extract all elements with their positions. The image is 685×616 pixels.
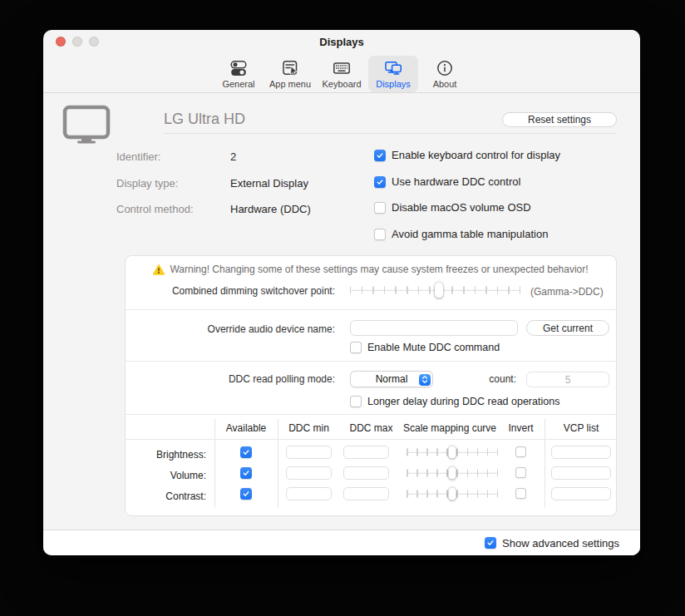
option-keyboard-control[interactable]: Enable keyboard control for display bbox=[374, 149, 560, 161]
dropdown-value: Normal bbox=[376, 373, 408, 385]
identifier-label: Identifier: bbox=[116, 150, 160, 163]
available-checkbox[interactable] bbox=[240, 446, 252, 458]
option-label: Enable Mute DDC command bbox=[367, 342, 500, 353]
warning-icon bbox=[153, 264, 165, 275]
ddc-min-input[interactable] bbox=[286, 466, 332, 480]
option-label: Disable macOS volume OSD bbox=[392, 201, 531, 214]
preferences-toolbar: General App menu bbox=[43, 53, 640, 93]
monitor-icon bbox=[62, 105, 111, 147]
ddc-max-input[interactable] bbox=[343, 487, 389, 500]
ddc-max-input[interactable] bbox=[343, 446, 389, 459]
polling-mode-label: DDC read polling mode: bbox=[126, 373, 335, 385]
footer-bar: Show advanced settings bbox=[43, 530, 640, 555]
identifier-value: 2 bbox=[230, 150, 236, 163]
display-type-label: Display type: bbox=[116, 177, 178, 190]
tab-label: General bbox=[222, 79, 254, 89]
col-header-ddc-max: DDC max bbox=[340, 422, 402, 434]
vcp-list-input[interactable] bbox=[551, 487, 611, 500]
tab-about[interactable]: About bbox=[420, 56, 470, 92]
header-divider bbox=[164, 133, 615, 134]
show-advanced-label: Show advanced settings bbox=[502, 537, 619, 549]
audio-name-input[interactable] bbox=[350, 320, 518, 336]
display-type-value: External Display bbox=[230, 177, 308, 190]
checkbox-checked[interactable] bbox=[374, 150, 386, 161]
tab-label: Displays bbox=[376, 79, 411, 89]
warning-text: Warning! Changing some of these settings… bbox=[170, 264, 588, 275]
row-label-volume: Volume: bbox=[126, 470, 206, 481]
ddc-min-input[interactable] bbox=[286, 487, 332, 500]
tab-general[interactable]: General bbox=[214, 56, 264, 92]
option-label: Enable keyboard control for display bbox=[392, 149, 560, 161]
col-header-curve: Scale mapping curve bbox=[402, 422, 497, 434]
available-checkbox[interactable] bbox=[240, 488, 252, 500]
keyboard-icon bbox=[332, 58, 352, 78]
tab-label: App menu bbox=[269, 79, 311, 89]
info-icon bbox=[435, 58, 455, 78]
control-method-value: Hardware (DDC) bbox=[230, 203, 311, 215]
slider-knob[interactable] bbox=[435, 283, 443, 298]
row-label-brightness: Brightness: bbox=[126, 449, 206, 461]
checkbox-unchecked[interactable] bbox=[350, 342, 362, 353]
slider-knob[interactable] bbox=[449, 488, 456, 500]
option-label: Avoid gamma table manipulation bbox=[392, 228, 548, 240]
available-checkbox[interactable] bbox=[240, 467, 252, 479]
col-header-invert: Invert bbox=[497, 422, 545, 434]
curve-slider[interactable] bbox=[407, 486, 498, 501]
option-disable-osd[interactable]: Disable macOS volume OSD bbox=[374, 201, 531, 214]
get-current-button[interactable]: Get current bbox=[526, 320, 609, 336]
vcp-list-input[interactable] bbox=[551, 466, 611, 480]
checkbox-unchecked[interactable] bbox=[374, 229, 386, 240]
curve-slider[interactable] bbox=[407, 466, 498, 480]
tab-label: Keyboard bbox=[322, 79, 361, 89]
control-method-label: Control method: bbox=[116, 203, 194, 215]
count-input[interactable] bbox=[526, 372, 609, 387]
tab-displays[interactable]: Displays bbox=[368, 56, 418, 92]
polling-mode-dropdown[interactable]: Normal bbox=[350, 371, 433, 387]
ddc-max-input[interactable] bbox=[343, 466, 389, 480]
slider-knob[interactable] bbox=[449, 467, 456, 480]
count-label: count: bbox=[466, 373, 516, 385]
advanced-settings-panel: Warning! Changing some of these settings… bbox=[125, 255, 617, 516]
option-hardware-ddc[interactable]: Use hardware DDC control bbox=[374, 175, 520, 188]
slider-knob[interactable] bbox=[449, 446, 456, 459]
checkbox-checked[interactable] bbox=[374, 176, 386, 188]
displays-window: Displays General bbox=[43, 30, 640, 555]
option-avoid-gamma[interactable]: Avoid gamma table manipulation bbox=[374, 228, 548, 240]
audio-name-label: Override audio device name: bbox=[126, 323, 335, 335]
dimming-switchover-label: Combined dimming switchover point: bbox=[126, 285, 335, 297]
toggles-icon bbox=[229, 58, 249, 78]
invert-checkbox[interactable] bbox=[515, 488, 526, 499]
vcp-list-input[interactable] bbox=[551, 446, 611, 459]
displays-icon bbox=[383, 58, 403, 78]
ddc-min-input[interactable] bbox=[286, 446, 332, 459]
curve-slider[interactable] bbox=[407, 445, 498, 460]
window-title: Displays bbox=[43, 30, 640, 53]
display-name: LG Ultra HD bbox=[164, 111, 245, 128]
checkbox-unchecked[interactable] bbox=[350, 396, 362, 407]
reset-settings-button[interactable]: Reset settings bbox=[502, 112, 617, 127]
option-label: Longer delay during DDC read operations bbox=[367, 396, 559, 407]
tab-app-menu[interactable]: App menu bbox=[265, 56, 315, 92]
panel-divider bbox=[126, 414, 616, 415]
menu-document-icon bbox=[280, 58, 300, 78]
row-label-contrast: Contrast: bbox=[126, 490, 206, 502]
col-header-available: Available bbox=[214, 422, 278, 434]
col-header-ddc-min: DDC min bbox=[278, 422, 340, 434]
mute-ddc-option[interactable]: Enable Mute DDC command bbox=[350, 342, 500, 353]
panel-divider bbox=[126, 309, 616, 310]
col-header-vcp: VCP list bbox=[545, 422, 618, 434]
longer-delay-option[interactable]: Longer delay during DDC read operations bbox=[350, 396, 559, 407]
table-header-divider bbox=[126, 439, 616, 440]
dimming-suffix: (Gamma->DDC) bbox=[530, 286, 604, 298]
option-label: Use hardware DDC control bbox=[392, 175, 520, 188]
dimming-switchover-slider[interactable] bbox=[350, 282, 520, 298]
titlebar: Displays bbox=[43, 30, 640, 53]
show-advanced-checkbox[interactable] bbox=[485, 537, 496, 549]
tab-keyboard[interactable]: Keyboard bbox=[317, 56, 367, 92]
invert-checkbox[interactable] bbox=[515, 467, 526, 478]
dropdown-stepper-icon bbox=[419, 374, 431, 386]
checkbox-unchecked[interactable] bbox=[374, 202, 386, 214]
panel-divider bbox=[126, 361, 616, 362]
invert-checkbox[interactable] bbox=[515, 446, 526, 457]
warning-row: Warning! Changing some of these settings… bbox=[126, 264, 616, 275]
